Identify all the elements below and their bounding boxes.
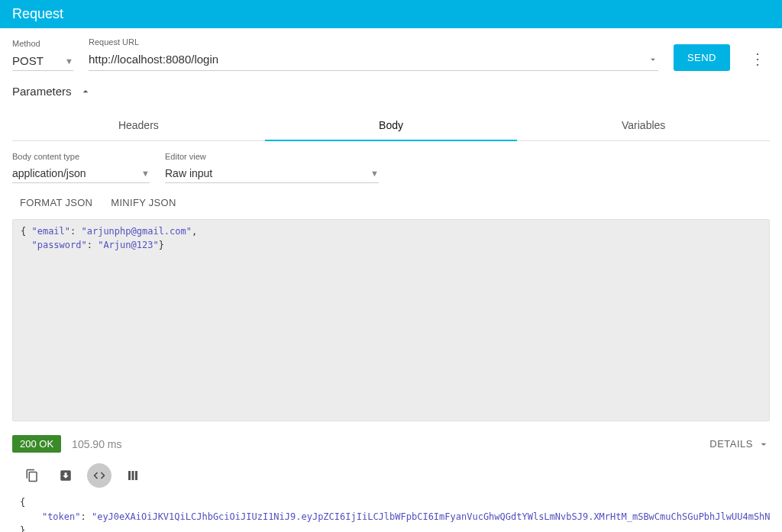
response-time: 105.90 ms [72, 438, 121, 450]
editor-view-select[interactable]: Raw input ▼ [165, 164, 379, 183]
copy-button[interactable] [20, 463, 44, 488]
editor-view-field: Editor view Raw input ▼ [165, 152, 379, 183]
status-badge: 200 OK [12, 435, 61, 453]
method-value: POST [12, 54, 44, 67]
download-button[interactable] [53, 463, 78, 488]
app-title: Request [12, 6, 63, 21]
minify-json-button[interactable]: MINIFY JSON [111, 194, 176, 211]
method-select[interactable]: POST ▼ [12, 51, 73, 71]
method-field: Method POST ▼ [12, 39, 73, 71]
content-type-value: application/json [12, 167, 86, 179]
url-input[interactable] [89, 50, 648, 69]
response-status-row: 200 OK 105.90 ms DETAILS [12, 435, 770, 453]
parameters-tabs: Headers Body Variables [12, 110, 770, 141]
editor-actions: FORMAT JSON MINIFY JSON [12, 194, 770, 211]
kebab-icon: ⋮ [750, 50, 765, 67]
request-body-editor[interactable]: { "email": "arjunphp@gmail.com", "passwo… [12, 219, 770, 421]
source-view-button[interactable] [87, 463, 111, 488]
body-controls: Body content type application/json ▼ Edi… [12, 152, 770, 183]
parameters-toggle[interactable]: Parameters [12, 85, 770, 98]
download-icon [59, 469, 73, 482]
url-wrapper [89, 50, 658, 71]
url-label: Request URL [89, 37, 658, 47]
parameters-title: Parameters [12, 85, 72, 98]
columns-view-button[interactable] [121, 463, 145, 488]
columns-icon [126, 469, 140, 482]
details-label: DETAILS [709, 438, 753, 450]
chevron-up-icon [79, 85, 92, 98]
editor-view-label: Editor view [165, 152, 379, 161]
url-field: Request URL [89, 37, 658, 71]
copy-icon [25, 469, 39, 482]
request-row: Method POST ▼ Request URL SEND ⋮ [12, 37, 770, 71]
response-tools [12, 463, 770, 488]
content-type-label: Body content type [12, 152, 150, 161]
content-type-select[interactable]: application/json ▼ [12, 164, 150, 183]
tab-body[interactable]: Body [265, 110, 518, 140]
app-header: Request [0, 0, 782, 28]
caret-down-icon: ▼ [141, 169, 150, 178]
send-button[interactable]: SEND [674, 44, 730, 71]
response-body: { "token": "eyJ0eXAiOiJKV1QiLCJhbGciOiJI… [12, 495, 770, 532]
method-label: Method [12, 39, 73, 48]
chevron-down-icon[interactable] [648, 54, 658, 65]
details-button[interactable]: DETAILS [709, 438, 770, 450]
more-button[interactable]: ⋮ [745, 47, 770, 71]
caret-down-icon: ▼ [65, 56, 73, 66]
status-left: 200 OK 105.90 ms [12, 435, 121, 453]
chevron-down-icon [758, 438, 770, 450]
code-icon [92, 469, 106, 482]
editor-view-value: Raw input [165, 167, 212, 179]
caret-down-icon: ▼ [370, 169, 379, 178]
tab-headers[interactable]: Headers [12, 110, 265, 140]
tab-variables[interactable]: Variables [517, 110, 770, 140]
content-type-field: Body content type application/json ▼ [12, 152, 150, 183]
format-json-button[interactable]: FORMAT JSON [20, 194, 92, 211]
